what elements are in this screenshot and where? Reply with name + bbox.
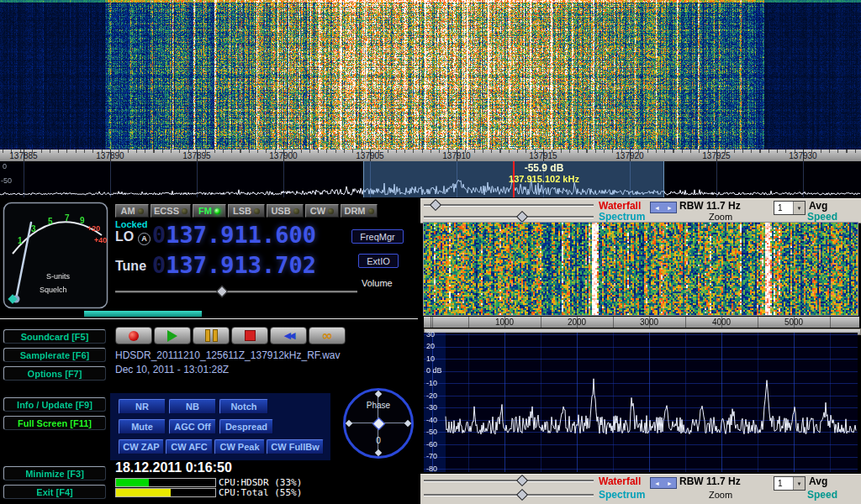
cw-fullbw-button[interactable]: CW FullBw: [267, 439, 324, 454]
volume-slider[interactable]: [115, 286, 357, 296]
rewind-button[interactable]: ◀◀: [270, 327, 307, 344]
nr-button[interactable]: NR: [119, 399, 166, 414]
volume-slider-track: [115, 291, 357, 293]
record-icon: [129, 331, 139, 341]
datetime-display: 18.12.2011 0:16:50: [115, 460, 232, 475]
fullscreen-button[interactable]: Full Screen [F11]: [3, 416, 106, 430]
rbw-label-top: RBW 11.7 Hz: [679, 200, 741, 212]
db-scale-label: -30: [426, 403, 437, 412]
arrow-left-icon[interactable]: ◄: [654, 205, 660, 211]
agc-button[interactable]: AGC Off: [169, 419, 216, 434]
waterfall-brightness-slider-bottom[interactable]: [424, 475, 594, 485]
despread-button[interactable]: Despread: [219, 419, 273, 434]
slider-track: [424, 494, 594, 496]
dropdown-arrow-icon[interactable]: ▼: [793, 202, 805, 214]
zoom-tick-label: 4000: [712, 318, 731, 327]
minimize-button[interactable]: Minimize [F3]: [3, 466, 106, 480]
smeter-tick: 5: [48, 217, 53, 226]
nb-button[interactable]: NB: [169, 399, 216, 414]
volume-label: Volume: [362, 278, 393, 288]
squelch-level-bar[interactable]: [84, 311, 202, 317]
cw-zap-button[interactable]: CW ZAP: [119, 439, 164, 454]
avg-count-select-top[interactable]: 1 ▼: [774, 201, 806, 215]
smeter-tick: 3: [31, 224, 36, 234]
spectrum-gain-slider-top[interactable]: [424, 212, 594, 221]
exit-button[interactable]: Exit [F4]: [3, 485, 106, 499]
mode-cw-button[interactable]: CW: [305, 204, 339, 218]
locked-indicator: Locked: [115, 219, 148, 229]
waterfall-brightness-slider-top[interactable]: [424, 200, 594, 209]
smeter-tick: +40: [94, 236, 107, 244]
mode-am-button[interactable]: AM: [115, 204, 149, 218]
slider-thumb[interactable]: [516, 475, 528, 486]
notch-button[interactable]: Notch: [219, 399, 268, 414]
freqmgr-button[interactable]: FreqMgr: [351, 229, 404, 244]
samplerate-button[interactable]: Samplerate [F6]: [3, 348, 106, 362]
smeter-tick: 1: [18, 236, 23, 245]
slider-thumb[interactable]: [516, 489, 528, 501]
cpu-total-bar: [115, 488, 216, 497]
transport-controls: ◀◀ ∞: [115, 327, 346, 344]
arrow-left-icon[interactable]: ◄: [654, 480, 660, 486]
zoom-label-top: Zoom: [709, 212, 732, 222]
lo-digits: 137.911.600: [166, 222, 316, 248]
phase-dial[interactable]: Phase 0: [343, 388, 414, 459]
arrow-right-icon[interactable]: ►: [667, 480, 673, 486]
mode-ecss-button[interactable]: ECSS: [151, 204, 191, 218]
loop-button[interactable]: ∞: [309, 327, 346, 344]
mute-button[interactable]: Mute: [119, 419, 166, 434]
main-waterfall[interactable]: [0, 0, 861, 150]
cpu-hdsdr-bar: [115, 478, 216, 487]
db-scale-label: -40: [426, 416, 437, 424]
db-scale-label: -10: [426, 379, 437, 387]
arrow-right-icon[interactable]: ►: [667, 205, 673, 211]
volume-slider-thumb[interactable]: [216, 286, 228, 297]
slider-track: [424, 216, 594, 218]
lo-lock-button[interactable]: A: [138, 233, 151, 245]
db-scale-label: 0 dB: [426, 366, 442, 375]
mode-drm-label: DRM: [344, 206, 365, 216]
play-button[interactable]: [154, 327, 191, 344]
mode-drm-button[interactable]: DRM: [341, 204, 378, 218]
tune-frequency-display[interactable]: 0137.913.702: [152, 252, 316, 278]
record-button[interactable]: [115, 327, 152, 344]
lo-label: LO: [115, 229, 134, 244]
cw-peak-button[interactable]: CW Peak: [214, 439, 265, 454]
zoom-frequency-scale[interactable]: 1000 2000 3000 4000 5000: [424, 317, 859, 328]
mode-usb-label: USB: [271, 206, 290, 216]
lo-frequency-display[interactable]: 0137.911.600: [152, 222, 316, 248]
cursor-readout: -55.9 dB 137.915.102 kHz: [468, 162, 620, 184]
mode-lsb-button[interactable]: LSB: [228, 204, 265, 218]
pause-button[interactable]: [193, 327, 230, 344]
info-update-button[interactable]: Info / Update [F9]: [3, 397, 106, 412]
hdsdr-window: 137885 137890 137895 137900 137905 13791…: [0, 0, 861, 504]
smeter-tick: +20: [87, 224, 100, 233]
avg-count-select-bottom[interactable]: 1 ▼: [774, 476, 806, 491]
cw-afc-button[interactable]: CW AFC: [166, 439, 213, 454]
spectrum-label-top: Spectrum: [599, 211, 645, 223]
zoom-tick-label: 2000: [568, 318, 586, 327]
extio-button[interactable]: ExtIO: [358, 254, 399, 268]
soundcard-button[interactable]: Soundcard [F5]: [3, 329, 106, 344]
slider-thumb[interactable]: [430, 199, 441, 211]
waterfall-label-top: Waterfall: [599, 200, 641, 212]
frequency-scale[interactable]: 137885 137890 137895 137900 137905 13791…: [0, 150, 861, 161]
mode-usb-button[interactable]: USB: [267, 204, 304, 218]
zoom-waterfall[interactable]: [424, 223, 858, 315]
waterfall-shift-buttons-bottom[interactable]: ◄ ►: [650, 477, 677, 489]
pause-icon: [205, 329, 218, 342]
zoom-label-bottom: Zoom: [709, 490, 732, 500]
options-button[interactable]: Options [F7]: [3, 366, 106, 381]
waterfall-shift-buttons-top[interactable]: ◄ ►: [650, 202, 677, 213]
mode-fm-button[interactable]: FM: [193, 204, 226, 218]
slider-thumb[interactable]: [516, 211, 528, 223]
freq-tick-label: 137905: [356, 151, 383, 160]
main-spectrum[interactable]: 0 -50 -55.9 dB 137.915.102 kHz: [0, 161, 861, 197]
zoom-spectrum[interactable]: [424, 333, 858, 472]
spectrum-gain-slider-bottom[interactable]: [424, 490, 594, 499]
stop-button[interactable]: [231, 327, 268, 344]
smeter-units-label: S-units: [46, 272, 71, 281]
smeter-tick: 9: [80, 216, 85, 225]
db-scale-label: -60: [426, 440, 437, 449]
dropdown-arrow-icon[interactable]: ▼: [793, 477, 805, 490]
